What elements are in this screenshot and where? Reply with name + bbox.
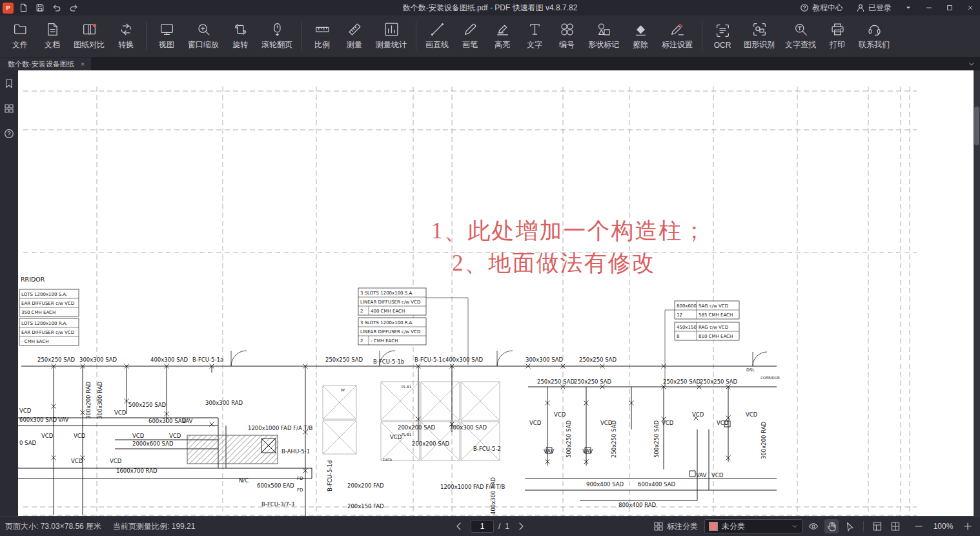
grid-layout-icon [890, 521, 901, 531]
redo-button[interactable] [66, 2, 81, 14]
tool-label: 转换 [118, 39, 134, 50]
tutorial-center-button[interactable]: 教程中心 [794, 0, 849, 15]
tool-number[interactable]: 编号 [551, 20, 583, 52]
category-select[interactable]: 未分类 [704, 519, 802, 533]
thumbnail-panel-button[interactable] [3, 102, 15, 117]
drawing-label: DATA [383, 458, 392, 462]
document-canvas[interactable]: RRIDOR250x250 SAD300x300 SAD400x300 SADB… [18, 70, 974, 516]
page-separator: / [498, 522, 500, 531]
convert-icon [119, 22, 134, 37]
table-cell: EAR DIFFUSER c/w VCD [21, 330, 74, 335]
tab-close-button[interactable]: × [79, 60, 86, 68]
tool-contact[interactable]: 联系我们 [853, 20, 895, 52]
tool-document[interactable]: 文档 [36, 20, 68, 52]
tool-line[interactable]: 画直线 [420, 20, 454, 52]
drawing-label: FD [297, 488, 303, 493]
next-page-button[interactable] [514, 519, 528, 533]
maximize-icon [946, 4, 954, 12]
question-circle-icon [800, 3, 809, 12]
tool-text[interactable]: 文字 [518, 20, 551, 52]
visibility-toggle-button[interactable] [806, 519, 821, 533]
tool-print[interactable]: 打印 [821, 20, 853, 52]
tool-label: 文字查找 [785, 39, 816, 50]
drawing-label: 800x400 RAD [618, 502, 657, 508]
undo-icon [52, 3, 61, 12]
drawing-label: 300x300 RAD [205, 400, 243, 406]
page-layout-icon [872, 521, 883, 531]
drawing-label: DSL [746, 367, 755, 373]
bookmark-panel-button[interactable] [3, 77, 15, 92]
app-logo-icon: P [3, 3, 14, 14]
table-cell: LOTS 1200x100 S.A. [21, 292, 67, 297]
tool-label: 画直线 [425, 39, 449, 50]
annotation-note-1[interactable]: 1、此处增加一个构造柱； [431, 216, 707, 246]
shape-mark-icon [597, 22, 611, 37]
prev-page-button[interactable] [452, 519, 466, 533]
category-grid-icon [653, 521, 664, 531]
tool-window-zoom[interactable]: 窗口缩放 [183, 20, 224, 52]
drawing-label: 600x300 SAD [19, 417, 57, 423]
vertical-scrollbar[interactable] [974, 70, 980, 516]
tool-measure-stats[interactable]: 测量统计 [371, 20, 412, 52]
tutorial-center-label: 教程中心 [812, 3, 843, 14]
drawing-label: 250x250 SAD [700, 378, 738, 385]
drawing-label: FD [297, 476, 303, 481]
table-cell: 350 CMH EACH [21, 310, 56, 315]
save-button[interactable] [33, 2, 47, 14]
tool-convert[interactable]: 转换 [110, 20, 142, 52]
grid-layout-button[interactable] [888, 519, 903, 533]
drawing-label: 300x200 RAD [761, 421, 767, 459]
tool-shape-recog[interactable]: 图形识别 [739, 20, 780, 52]
chevron-left-icon [454, 521, 464, 531]
chevron-right-icon [516, 521, 526, 531]
tool-label: 旋转 [232, 39, 248, 50]
table-cell: 400 CMH EACH [371, 309, 405, 314]
tool-erase[interactable]: 擦除 [624, 20, 657, 52]
tool-label: 形状标记 [588, 39, 619, 50]
undo-button[interactable] [50, 2, 64, 14]
tool-wheel[interactable]: 滚轮翻页 [256, 20, 298, 52]
drawing-label: 250x250 SAD [537, 378, 575, 385]
close-button[interactable] [961, 0, 980, 15]
titlebar-menu-button[interactable] [899, 0, 918, 15]
drawing-label: VCD [746, 411, 758, 418]
drawing-label: 200x200 SAD [412, 440, 450, 447]
zoom-in-button[interactable] [961, 519, 975, 533]
tool-compare[interactable]: 图纸对比 [68, 20, 110, 52]
new-file-button[interactable] [16, 2, 30, 14]
tool-file[interactable]: 文件 [4, 20, 36, 52]
login-status-button[interactable]: 已登录 [850, 0, 897, 15]
pan-tool-button[interactable] [824, 519, 839, 533]
page-layout-button[interactable] [870, 519, 884, 533]
tool-annot-settings[interactable]: 标注设置 [657, 20, 698, 52]
minimize-button[interactable] [919, 0, 939, 15]
tool-scale[interactable]: 比例 [306, 20, 338, 52]
maximize-button[interactable] [940, 0, 959, 15]
tool-pen[interactable]: 画笔 [454, 20, 486, 52]
tool-highlight[interactable]: 高亮 [486, 20, 518, 52]
drawing-label: VCD [717, 420, 729, 426]
tool-rotate[interactable]: 旋转 [224, 20, 256, 52]
table-cell: 450x150 [677, 325, 697, 330]
annotation-category-button[interactable]: 标注分类 [653, 521, 698, 532]
tool-label: 图形识别 [744, 39, 775, 50]
help-panel-button[interactable] [3, 127, 15, 142]
scrollbar-thumb[interactable] [974, 107, 979, 145]
toolbar-separator [702, 22, 702, 50]
annotation-note-2[interactable]: 2、地面做法有修改 [452, 248, 656, 278]
zoom-out-button[interactable] [912, 519, 926, 533]
drawing-label: VCD [110, 458, 122, 464]
collapse-toolbar-button[interactable] [963, 57, 980, 70]
table-cell: SAG c/w VCD [699, 304, 728, 309]
tool-measure[interactable]: 测量 [338, 20, 371, 52]
tool-text-search[interactable]: 文字查找 [780, 20, 821, 52]
select-tool-button[interactable] [842, 519, 857, 533]
tool-ocr[interactable]: OCR [706, 21, 739, 52]
tool-view[interactable]: 视图 [150, 20, 183, 52]
drawing-label: 250x250 SAD [579, 356, 617, 363]
redo-icon [69, 3, 78, 12]
page-number-input[interactable]: 1 [471, 520, 494, 533]
number-icon [560, 22, 575, 37]
document-tab[interactable]: 数个数-安装设备图纸× [0, 57, 91, 70]
tool-shape-mark[interactable]: 形状标记 [583, 20, 624, 52]
